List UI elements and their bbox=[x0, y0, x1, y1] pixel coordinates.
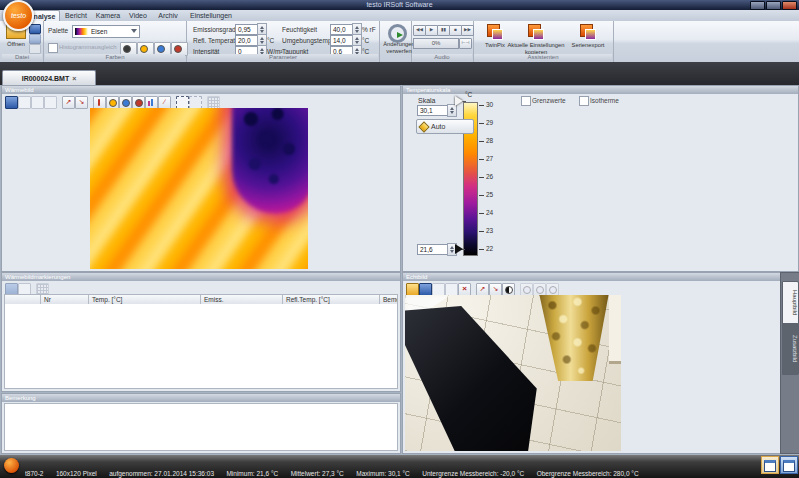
serienexport-icon bbox=[580, 24, 596, 40]
histogramm-checkbox[interactable] bbox=[48, 43, 58, 53]
save-as-icon[interactable] bbox=[29, 34, 41, 44]
waermebild-panel: Wärmebild ↗ ↘ ∕ bbox=[1, 85, 401, 272]
palette-value: Eisen bbox=[91, 28, 107, 35]
arrow-sw-icon[interactable]: ↘ bbox=[75, 96, 88, 109]
field-unit: % rF bbox=[362, 26, 376, 33]
scale-unit-label: °C bbox=[465, 91, 472, 98]
document-tab-label: IR000024.BMT bbox=[22, 75, 69, 82]
group-label-assistenten: Assistenten bbox=[474, 54, 612, 61]
palette-swatch-icon bbox=[75, 28, 88, 35]
maximize-button[interactable] bbox=[766, 1, 781, 10]
real-image[interactable] bbox=[405, 295, 621, 451]
copy-settings-button[interactable]: Aktuelle Einstellungen kopieren bbox=[505, 22, 567, 54]
tick-mark bbox=[479, 177, 484, 178]
audio-progress-bar: 0% bbox=[413, 38, 459, 49]
ribbon-tab-row: Analyse Bericht Kamera Video Archiv Eins… bbox=[0, 10, 799, 21]
histogramm-label: Histogrammausgleich bbox=[59, 44, 119, 50]
tick-mark bbox=[479, 123, 484, 124]
group-label-datei: Datei bbox=[2, 54, 42, 61]
field-label: Emissionsgrad bbox=[193, 26, 236, 33]
tick-label: 28 bbox=[486, 138, 493, 144]
twinpix-icon bbox=[487, 24, 503, 40]
isotherme-checkbox[interactable] bbox=[579, 96, 589, 106]
group-assistenten: TwinPix Aktuelle Einstellungen kopieren … bbox=[473, 21, 614, 62]
status-text: t870-2 160x120 Pixel aufgenommen: 27.01.… bbox=[25, 462, 719, 478]
close-button[interactable] bbox=[782, 1, 797, 10]
field-label: Refl. Temperatur bbox=[193, 37, 241, 44]
export-icon[interactable] bbox=[31, 96, 44, 109]
tab-kamera[interactable]: Kamera bbox=[93, 10, 123, 21]
status-untergrenze: Untergrenze Messbereich: -20,0 °C bbox=[422, 470, 524, 477]
print-icon[interactable] bbox=[44, 96, 57, 109]
skala-label: Skala bbox=[418, 97, 436, 104]
group-audio: ◀◀ ▶ ▮▮ ■ ▶▶ 0% ⊢⊣ Audio bbox=[411, 21, 474, 62]
window-controls bbox=[750, 1, 797, 10]
tab-einstellungen[interactable]: Einstellungen bbox=[187, 10, 235, 21]
markierungen-panel: Wärmebildmarkierungen Nr Temp. [°C] Emis… bbox=[1, 272, 401, 392]
scale-max-input[interactable]: 30,1 bbox=[417, 105, 449, 116]
tab-hauptbild[interactable]: Hauptbild bbox=[782, 281, 799, 325]
minimize-button[interactable] bbox=[750, 1, 765, 10]
copy-settings-icon bbox=[528, 24, 544, 40]
group-label-audio: Audio bbox=[412, 54, 472, 61]
scale-min-marker[interactable] bbox=[455, 244, 463, 254]
status-bar: t870-2 160x120 Pixel aufgenommen: 27.01.… bbox=[0, 455, 799, 478]
tab-bericht[interactable]: Bericht bbox=[61, 10, 91, 21]
arrow-ne-icon[interactable]: ↗ bbox=[62, 96, 75, 109]
tick-label: 24 bbox=[486, 210, 493, 216]
status-obergrenze: Obergrenze Messbereich: 280,0 °C bbox=[537, 470, 639, 477]
palette-label: Palette bbox=[48, 27, 68, 34]
tab-video[interactable]: Video bbox=[126, 10, 150, 21]
field-unit: °C bbox=[362, 37, 369, 44]
markierungen-table-body[interactable] bbox=[4, 304, 398, 389]
serienexport-button[interactable]: Serienexport bbox=[565, 22, 611, 54]
markierungen-panel-title: Wärmebildmarkierungen bbox=[2, 273, 400, 281]
tick-label: 23 bbox=[486, 228, 493, 234]
emissionsgrad-input[interactable]: 0,95 bbox=[235, 24, 259, 35]
auto-star-icon bbox=[418, 121, 429, 132]
thermal-image[interactable] bbox=[90, 108, 308, 269]
scale-min-input[interactable]: 21,6 bbox=[417, 244, 449, 255]
group-farben: Palette Eisen Histogrammausgleich Farben bbox=[44, 21, 187, 62]
field-label: Umgebungstemp. bbox=[282, 37, 333, 44]
umgebungstemp-input[interactable]: 14,0 bbox=[330, 35, 354, 46]
tab-zusatzbild[interactable]: Zusatzbild bbox=[782, 323, 799, 375]
discard-changes-button[interactable]: Änderungen verwerfen bbox=[383, 22, 407, 54]
tick-mark bbox=[479, 213, 484, 214]
tick-mark bbox=[479, 231, 484, 232]
save-icon[interactable] bbox=[5, 96, 18, 109]
feuchtigkeit-input[interactable]: 40,0 bbox=[330, 24, 354, 35]
scale-max-marker[interactable] bbox=[455, 96, 463, 106]
group-label-parameter: Parameter bbox=[188, 54, 378, 61]
bemerkung-panel-title: Bemerkung bbox=[2, 394, 400, 402]
tab-archiv[interactable]: Archiv bbox=[153, 10, 183, 21]
print-icon[interactable] bbox=[29, 44, 41, 54]
bemerkung-textarea[interactable] bbox=[4, 403, 398, 451]
tick-label: 26 bbox=[486, 174, 493, 180]
status-resolution: 160x120 Pixel bbox=[56, 470, 97, 477]
bemerkung-panel: Bemerkung bbox=[1, 393, 401, 454]
refl-temperatur-input[interactable]: 20,0 bbox=[235, 35, 259, 46]
chevron-down-icon bbox=[131, 29, 137, 33]
grenzwerte-checkbox[interactable] bbox=[521, 96, 531, 106]
application-window: testo IRSoft Software testo Analyse Beri… bbox=[0, 0, 799, 478]
ribbon: Öffnen Datei Palette Eisen Histogrammaus… bbox=[0, 21, 799, 63]
auto-scale-button[interactable]: Auto bbox=[416, 119, 474, 134]
wall bbox=[609, 295, 621, 364]
status-camera-model: t870-2 bbox=[25, 470, 43, 477]
document-tab[interactable]: IR000024.BMT× bbox=[2, 70, 96, 86]
open-label: Öffnen bbox=[4, 41, 28, 47]
audio-level-icon[interactable]: ⊢⊣ bbox=[459, 38, 472, 49]
window-title: testo IRSoft Software bbox=[0, 1, 799, 8]
thermal-cold-spot-texture bbox=[232, 108, 308, 204]
echtbild-panel-title: Echtbild bbox=[403, 273, 781, 281]
layout-cascade-button[interactable] bbox=[780, 456, 798, 474]
copy-icon[interactable] bbox=[18, 96, 31, 109]
palette-dropdown[interactable]: Eisen bbox=[72, 25, 140, 38]
save-icon[interactable] bbox=[29, 24, 41, 34]
tick-label: 30 bbox=[486, 102, 493, 108]
redo-arrow-icon bbox=[397, 32, 403, 38]
layout-single-button[interactable] bbox=[761, 456, 779, 474]
tick-label: 27 bbox=[486, 156, 493, 162]
document-tab-close-icon[interactable]: × bbox=[72, 75, 76, 82]
